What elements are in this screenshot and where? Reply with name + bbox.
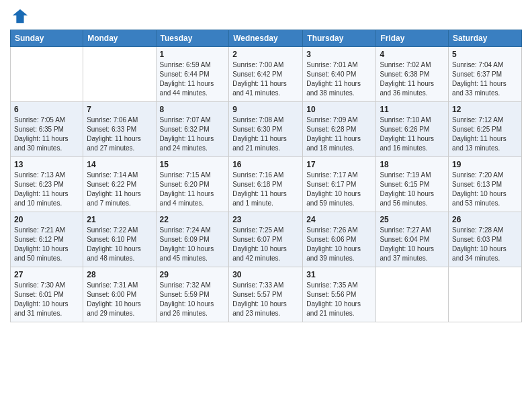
calendar-cell: 12Sunrise: 7:12 AM Sunset: 6:25 PM Dayli…: [449, 102, 522, 157]
calendar-cell: 13Sunrise: 7:13 AM Sunset: 6:23 PM Dayli…: [11, 157, 83, 212]
calendar-cell: 17Sunrise: 7:17 AM Sunset: 6:17 PM Dayli…: [303, 157, 376, 212]
header: [10, 7, 522, 26]
day-detail: Sunrise: 7:32 AM Sunset: 5:59 PM Dayligh…: [160, 281, 226, 318]
day-detail: Sunrise: 7:28 AM Sunset: 6:03 PM Dayligh…: [452, 226, 518, 263]
day-detail: Sunrise: 7:16 AM Sunset: 6:18 PM Dayligh…: [232, 171, 299, 208]
day-detail: Sunrise: 7:02 AM Sunset: 6:38 PM Dayligh…: [380, 60, 445, 98]
day-detail: Sunrise: 7:17 AM Sunset: 6:17 PM Dayligh…: [306, 171, 372, 208]
day-detail: Sunrise: 7:13 AM Sunset: 6:23 PM Dayligh…: [14, 171, 79, 208]
day-detail: Sunrise: 7:07 AM Sunset: 6:32 PM Dayligh…: [160, 116, 226, 153]
day-detail: Sunrise: 7:20 AM Sunset: 6:13 PM Dayligh…: [452, 171, 518, 208]
day-of-week-header: Friday: [376, 30, 449, 47]
calendar-cell: 5Sunrise: 7:04 AM Sunset: 6:37 PM Daylig…: [449, 47, 522, 102]
day-number: 20: [14, 215, 79, 224]
calendar-cell: 2Sunrise: 7:00 AM Sunset: 6:42 PM Daylig…: [229, 47, 303, 102]
day-number: 16: [232, 160, 299, 169]
day-of-week-header: Monday: [83, 30, 156, 47]
calendar-cell: 21Sunrise: 7:22 AM Sunset: 6:10 PM Dayli…: [83, 212, 156, 267]
day-detail: Sunrise: 7:12 AM Sunset: 6:25 PM Dayligh…: [452, 116, 518, 153]
day-number: 3: [306, 50, 372, 59]
day-number: 8: [160, 105, 226, 114]
day-detail: Sunrise: 7:24 AM Sunset: 6:09 PM Dayligh…: [160, 226, 226, 263]
day-number: 6: [14, 105, 79, 114]
calendar-week-row: 13Sunrise: 7:13 AM Sunset: 6:23 PM Dayli…: [11, 157, 522, 212]
day-number: 25: [380, 215, 445, 224]
day-number: 17: [306, 160, 372, 169]
calendar-cell: 7Sunrise: 7:06 AM Sunset: 6:33 PM Daylig…: [83, 102, 156, 157]
day-detail: Sunrise: 7:19 AM Sunset: 6:15 PM Dayligh…: [380, 171, 445, 208]
day-number: 26: [452, 215, 518, 224]
day-detail: Sunrise: 7:22 AM Sunset: 6:10 PM Dayligh…: [87, 226, 152, 263]
day-number: 9: [232, 105, 299, 114]
day-number: 18: [380, 160, 445, 169]
logo-icon: [10, 7, 29, 26]
calendar-cell: 14Sunrise: 7:14 AM Sunset: 6:22 PM Dayli…: [83, 157, 156, 212]
calendar-week-row: 6Sunrise: 7:05 AM Sunset: 6:35 PM Daylig…: [11, 102, 522, 157]
day-number: 22: [160, 215, 226, 224]
day-of-week-header: Saturday: [449, 30, 522, 47]
day-of-week-header: Sunday: [11, 30, 83, 47]
day-detail: Sunrise: 7:31 AM Sunset: 6:00 PM Dayligh…: [87, 281, 152, 318]
page: SundayMondayTuesdayWednesdayThursdayFrid…: [0, 0, 532, 411]
calendar-cell: 6Sunrise: 7:05 AM Sunset: 6:35 PM Daylig…: [11, 102, 83, 157]
day-number: 13: [14, 160, 79, 169]
calendar-cell: 19Sunrise: 7:20 AM Sunset: 6:13 PM Dayli…: [449, 157, 522, 212]
day-number: 14: [87, 160, 152, 169]
day-detail: Sunrise: 7:00 AM Sunset: 6:42 PM Dayligh…: [232, 60, 299, 98]
calendar-cell: 22Sunrise: 7:24 AM Sunset: 6:09 PM Dayli…: [156, 212, 229, 267]
day-number: 4: [380, 50, 445, 59]
day-number: 5: [452, 50, 518, 59]
calendar-cell: 20Sunrise: 7:21 AM Sunset: 6:12 PM Dayli…: [11, 212, 83, 267]
day-number: 11: [380, 105, 445, 114]
calendar-cell: 3Sunrise: 7:01 AM Sunset: 6:40 PM Daylig…: [303, 47, 376, 102]
calendar-cell: 24Sunrise: 7:26 AM Sunset: 6:06 PM Dayli…: [303, 212, 376, 267]
day-detail: Sunrise: 7:30 AM Sunset: 6:01 PM Dayligh…: [14, 281, 79, 318]
logo: [10, 7, 32, 26]
day-detail: Sunrise: 7:10 AM Sunset: 6:26 PM Dayligh…: [380, 116, 445, 153]
calendar-week-row: 1Sunrise: 6:59 AM Sunset: 6:44 PM Daylig…: [11, 47, 522, 102]
day-detail: Sunrise: 7:26 AM Sunset: 6:06 PM Dayligh…: [306, 226, 372, 263]
calendar-cell: 10Sunrise: 7:09 AM Sunset: 6:28 PM Dayli…: [303, 102, 376, 157]
day-number: 24: [306, 215, 372, 224]
day-number: 1: [160, 50, 226, 59]
day-number: 28: [87, 270, 152, 279]
calendar-cell: 23Sunrise: 7:25 AM Sunset: 6:07 PM Dayli…: [229, 212, 303, 267]
day-detail: Sunrise: 6:59 AM Sunset: 6:44 PM Dayligh…: [160, 60, 226, 98]
day-detail: Sunrise: 7:35 AM Sunset: 5:56 PM Dayligh…: [306, 281, 372, 318]
calendar-cell: [83, 47, 156, 102]
day-number: 21: [87, 215, 152, 224]
calendar-cell: 29Sunrise: 7:32 AM Sunset: 5:59 PM Dayli…: [156, 267, 229, 322]
day-detail: Sunrise: 7:33 AM Sunset: 5:57 PM Dayligh…: [232, 281, 299, 318]
day-number: 15: [160, 160, 226, 169]
day-of-week-header: Thursday: [303, 30, 376, 47]
day-detail: Sunrise: 7:04 AM Sunset: 6:37 PM Dayligh…: [452, 60, 518, 98]
day-detail: Sunrise: 7:05 AM Sunset: 6:35 PM Dayligh…: [14, 116, 79, 153]
day-detail: Sunrise: 7:25 AM Sunset: 6:07 PM Dayligh…: [232, 226, 299, 263]
day-number: 10: [306, 105, 372, 114]
calendar-cell: 26Sunrise: 7:28 AM Sunset: 6:03 PM Dayli…: [449, 212, 522, 267]
calendar-cell: 4Sunrise: 7:02 AM Sunset: 6:38 PM Daylig…: [376, 47, 449, 102]
calendar-cell: 8Sunrise: 7:07 AM Sunset: 6:32 PM Daylig…: [156, 102, 229, 157]
day-detail: Sunrise: 7:15 AM Sunset: 6:20 PM Dayligh…: [160, 171, 226, 208]
calendar-cell: 1Sunrise: 6:59 AM Sunset: 6:44 PM Daylig…: [156, 47, 229, 102]
day-number: 12: [452, 105, 518, 114]
day-number: 27: [14, 270, 79, 279]
day-number: 29: [160, 270, 226, 279]
calendar-cell: 27Sunrise: 7:30 AM Sunset: 6:01 PM Dayli…: [11, 267, 83, 322]
day-detail: Sunrise: 7:06 AM Sunset: 6:33 PM Dayligh…: [87, 116, 152, 153]
calendar-cell: 28Sunrise: 7:31 AM Sunset: 6:00 PM Dayli…: [83, 267, 156, 322]
day-number: 30: [232, 270, 299, 279]
calendar-week-row: 20Sunrise: 7:21 AM Sunset: 6:12 PM Dayli…: [11, 212, 522, 267]
day-detail: Sunrise: 7:27 AM Sunset: 6:04 PM Dayligh…: [380, 226, 445, 263]
day-detail: Sunrise: 7:01 AM Sunset: 6:40 PM Dayligh…: [306, 60, 372, 98]
day-of-week-header: Wednesday: [229, 30, 303, 47]
calendar-cell: 31Sunrise: 7:35 AM Sunset: 5:56 PM Dayli…: [303, 267, 376, 322]
calendar-table: SundayMondayTuesdayWednesdayThursdayFrid…: [10, 30, 522, 322]
day-of-week-header: Tuesday: [156, 30, 229, 47]
calendar-cell: 11Sunrise: 7:10 AM Sunset: 6:26 PM Dayli…: [376, 102, 449, 157]
day-number: 23: [232, 215, 299, 224]
calendar-cell: 30Sunrise: 7:33 AM Sunset: 5:57 PM Dayli…: [229, 267, 303, 322]
day-number: 2: [232, 50, 299, 59]
day-number: 19: [452, 160, 518, 169]
calendar-cell: [376, 267, 449, 322]
